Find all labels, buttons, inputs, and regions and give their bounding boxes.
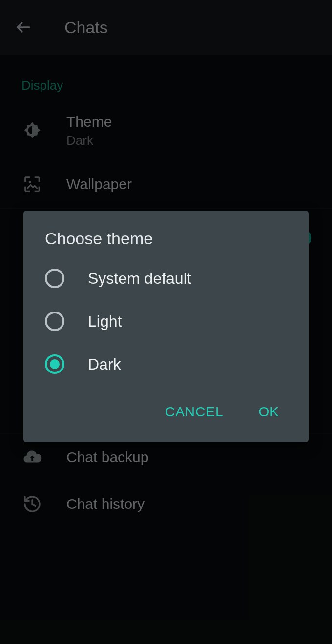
radio-label-dark: Dark [88,355,121,373]
ok-button[interactable]: OK [253,400,285,424]
radio-option-system-default[interactable]: System default [23,257,309,300]
dialog-title: Choose theme [23,229,309,257]
theme-dialog: Choose theme System default Light Dark C… [23,211,309,442]
dialog-actions: CANCEL OK [23,386,309,432]
radio-label-light: Light [88,312,122,331]
radio-option-dark[interactable]: Dark [23,343,309,386]
radio-icon [45,312,64,331]
radio-icon-checked [45,354,64,374]
radio-option-light[interactable]: Light [23,300,309,343]
radio-icon [45,269,64,288]
radio-label-system: System default [88,270,191,288]
cancel-button[interactable]: CANCEL [159,400,229,424]
